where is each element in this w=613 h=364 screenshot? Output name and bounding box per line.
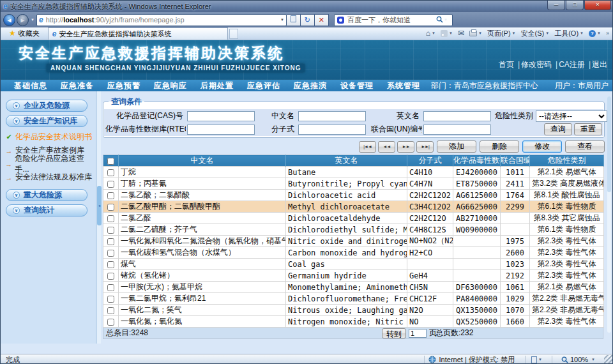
- table-row[interactable]: 一氧化碳和氢气混合物（水煤气）Carbon monoxide and hydro…: [103, 247, 604, 259]
- nav-item-0[interactable]: 基础信息: [14, 80, 47, 91]
- nav-item-3[interactable]: 应急响应: [154, 80, 187, 91]
- danger-select[interactable]: --请选择--: [536, 110, 607, 122]
- un-input[interactable]: [423, 125, 491, 135]
- command-overflow-button[interactable]: »: [604, 30, 611, 36]
- compatibility-status-button[interactable]: ▼: [529, 356, 548, 364]
- formula-input[interactable]: [298, 125, 366, 135]
- column-header-2[interactable]: 分子式: [407, 155, 453, 167]
- row-checkbox[interactable]: [107, 227, 114, 234]
- resize-grip[interactable]: [604, 355, 613, 364]
- select-all-checkbox[interactable]: [107, 158, 114, 165]
- page-menu[interactable]: 页面(P)▼: [485, 28, 518, 39]
- header-link-3[interactable]: 退出: [592, 60, 607, 69]
- row-checkbox[interactable]: [107, 192, 114, 199]
- compatibility-view-button[interactable]: [287, 14, 301, 26]
- table-row[interactable]: 一氧化氮和四氧化二氮混合物（氮氧化物，硝基气，氧化氮气体）Nitric oxid…: [103, 236, 604, 247]
- table-row[interactable]: 丁腈；丙基氰Butyronitrile; Propyl cyanideC4H7N…: [103, 178, 604, 190]
- column-header-3[interactable]: 化学品毒性数据...: [453, 155, 501, 167]
- nav-item-1[interactable]: 应急准备: [61, 80, 94, 91]
- column-header-4[interactable]: 联合国编号: [501, 155, 530, 167]
- tools-menu[interactable]: 工具(O)▼: [552, 28, 586, 39]
- modify-button[interactable]: 修改: [522, 140, 562, 153]
- table-row[interactable]: 二氯乙酸甲酯；二氯醋酸甲酯Methyl dichloroacetateC3H4C…: [103, 201, 604, 213]
- safety-menu[interactable]: 安全(S)▼: [519, 28, 552, 39]
- forward-button[interactable]: ►: [17, 14, 29, 26]
- sidebar-item-0[interactable]: ✔化学品安全技术说明书: [4, 130, 96, 144]
- search-dropdown-icon[interactable]: ▼: [444, 18, 448, 22]
- row-checkbox[interactable]: [107, 261, 114, 268]
- address-dropdown-icon[interactable]: ▼: [280, 18, 284, 22]
- table-row[interactable]: 二氯乙酸；二氯醋酸Dichloroacetic acidC2H2C12O2AG6…: [103, 190, 604, 201]
- row-checkbox[interactable]: [107, 284, 114, 291]
- vertical-scrollbar[interactable]: [607, 96, 611, 333]
- history-dropdown-icon[interactable]: ▼: [31, 18, 34, 22]
- table-row[interactable]: 一甲胺(无水)；氨基甲烷Monomethylamine; Aminomethan…: [103, 282, 604, 293]
- header-link-1[interactable]: 修改密码: [521, 60, 552, 69]
- cname-input[interactable]: [298, 111, 366, 121]
- cas-input[interactable]: [187, 111, 255, 121]
- paging-prev-button[interactable]: ◄◄: [378, 141, 395, 153]
- row-checkbox[interactable]: [107, 181, 114, 188]
- nav-item-5[interactable]: 应急评估: [247, 80, 280, 91]
- stop-button[interactable]: ✕: [315, 14, 329, 26]
- column-header-1[interactable]: 英文名: [286, 155, 407, 167]
- table-row[interactable]: 二氯二乙硫醚；芥子气Dichlorodiethyl sulfide; Musta…: [103, 224, 604, 236]
- row-checkbox[interactable]: [107, 238, 114, 245]
- sidebar-section-1[interactable]: ∨安全生产知识库: [6, 115, 87, 127]
- sidebar-section-0[interactable]: ∨企业及危险源: [6, 100, 87, 112]
- table-row[interactable]: 一氧化二氮；笑气Nitrous oxide; Laughing gasN2OQX…: [103, 305, 604, 316]
- paging-last-button[interactable]: ►►|: [416, 141, 434, 153]
- column-header-0[interactable]: 中文名: [119, 155, 286, 167]
- sidebar-section-3[interactable]: ∨查询统计: [6, 204, 87, 216]
- print-button[interactable]: ▼: [467, 30, 484, 37]
- delete-button[interactable]: 删除: [480, 140, 519, 153]
- rtecs-input[interactable]: [187, 125, 255, 135]
- nav-item-2[interactable]: 应急预警: [107, 80, 140, 91]
- table-row[interactable]: 煤气Coal gas1023第2.3类 毒性气体: [103, 259, 604, 270]
- home-button[interactable]: ⌂▼: [424, 28, 437, 38]
- table-row[interactable]: 二氯乙醛DichloroacetaldehydeC2H2C12OAB271000…: [103, 213, 604, 224]
- add-button[interactable]: 添加: [437, 140, 476, 153]
- back-button[interactable]: ◄: [3, 14, 15, 26]
- favorites-button[interactable]: ★ 收藏夹: [3, 27, 45, 39]
- search-magnifier-icon[interactable]: [436, 16, 443, 24]
- sidebar-section-2[interactable]: ∨重大危险源: [6, 189, 87, 201]
- row-checkbox[interactable]: [107, 296, 114, 303]
- nav-item-7[interactable]: 设备管理: [340, 80, 374, 91]
- sidebar-item-2[interactable]: →危险化学品应急速查手...: [4, 157, 96, 171]
- feeds-button[interactable]: ▼: [439, 29, 455, 38]
- table-row[interactable]: 一氟二氯甲烷；氟利昂21Dichlorofluoromethane; Freon…: [103, 293, 604, 305]
- scrollbar-thumb[interactable]: [607, 96, 611, 192]
- row-checkbox[interactable]: [107, 169, 114, 176]
- row-checkbox[interactable]: [107, 204, 114, 211]
- goto-page-button[interactable]: 转到: [382, 328, 406, 338]
- security-zone[interactable]: Internet | 保护模式: 禁用: [428, 355, 521, 364]
- refresh-button[interactable]: ↻: [301, 14, 315, 26]
- row-checkbox[interactable]: [107, 250, 114, 257]
- splitter-handle[interactable]: ◄: [97, 186, 102, 225]
- close-button[interactable]: ×: [584, 1, 611, 10]
- query-button[interactable]: 查询: [544, 123, 572, 135]
- nav-item-8[interactable]: 系统管理: [387, 80, 420, 91]
- zoom-control[interactable]: 100% ▼: [556, 356, 604, 363]
- help-menu[interactable]: ?▼: [587, 29, 603, 38]
- row-checkbox[interactable]: [107, 215, 114, 222]
- header-link-2[interactable]: CA注册: [559, 60, 585, 69]
- nav-item-4[interactable]: 后期处置: [201, 80, 234, 91]
- sidebar-item-3[interactable]: →安全法律法规及标准库: [4, 171, 96, 184]
- row-checkbox[interactable]: [107, 307, 114, 314]
- nav-item-6[interactable]: 应急推演: [294, 80, 327, 91]
- goto-page-input[interactable]: [409, 329, 427, 338]
- row-checkbox[interactable]: [107, 273, 114, 280]
- maximize-button[interactable]: □: [566, 1, 584, 10]
- reset-button[interactable]: 重置: [574, 123, 602, 135]
- new-tab-button[interactable]: [229, 29, 238, 39]
- active-tab[interactable]: e 安全生产应急救援指挥辅助决策系统: [48, 27, 228, 40]
- paging-first-button[interactable]: |◄◄: [359, 141, 376, 153]
- paging-next-button[interactable]: ►►: [397, 141, 414, 153]
- view-button[interactable]: 查看: [565, 140, 605, 153]
- search-input[interactable]: 百度一下，你就知道 ▼: [334, 14, 453, 26]
- sidebar-splitter[interactable]: ◄: [96, 91, 101, 344]
- column-header-5[interactable]: 危险性类别: [530, 155, 604, 167]
- table-row[interactable]: 丁烷ButaneC4H10EJ42000001011第2.1类 易燃气体: [103, 167, 604, 178]
